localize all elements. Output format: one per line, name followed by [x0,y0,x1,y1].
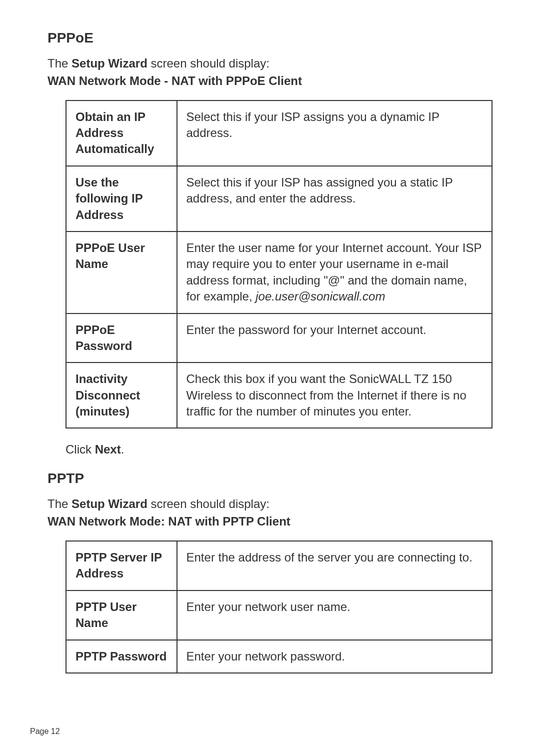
pppoe-row-label: PPPoE User Name [66,232,177,314]
pptp-section: PPTP The Setup Wizard screen should disp… [48,470,492,674]
table-row: Obtain an IP Address Automatically Selec… [66,100,492,166]
table-row: PPTP Server IP Address Enter the address… [66,541,492,590]
pppoe-row-desc: Enter the password for your Internet acc… [177,314,492,363]
pppoe-click-next: Click Next. [66,442,492,456]
click-bold: Next [95,442,121,456]
pppoe-intro: The Setup Wizard screen should display: [48,55,492,72]
table-row: PPTP Password Enter your network passwor… [66,640,492,673]
pppoe-row-desc: Select this if your ISP has assigned you… [177,166,492,232]
pppoe-intro-suffix: screen should display: [148,56,270,70]
pptp-intro-prefix: The [48,497,72,510]
table-row: Inactivity Disconnect (minutes) Check th… [66,362,492,428]
page-number: Page 12 [30,727,60,736]
pptp-table: PPTP Server IP Address Enter the address… [66,540,492,674]
table-row: PPTP User Name Enter your network user n… [66,590,492,640]
pppoe-intro-bold: Setup Wizard [72,56,148,70]
pptp-row-label: PPTP Password [66,640,177,673]
pptp-row-desc: Enter the address of the server you are … [177,541,492,590]
click-prefix: Click [66,442,95,456]
click-suffix: . [121,442,124,456]
pptp-row-label: PPTP Server IP Address [66,541,177,590]
pptp-intro: The Setup Wizard screen should display: [48,496,492,512]
pppoe-row-desc: Enter the user name for your Internet ac… [177,232,492,314]
pppoe-row-label: Use the following IP Address [66,166,177,232]
pppoe-subtitle: WAN Network Mode - NAT with PPPoE Client [48,74,492,88]
pptp-intro-suffix: screen should display: [148,497,270,510]
pppoe-row-desc: Check this box if you want the SonicWALL… [177,362,492,428]
table-row: Use the following IP Address Select this… [66,166,492,232]
pppoe-row-desc-italic: joe.user@sonicwall.com [256,290,385,303]
pppoe-table: Obtain an IP Address Automatically Selec… [66,100,492,429]
pppoe-row-label: Inactivity Disconnect (minutes) [66,362,177,428]
pppoe-row-label: Obtain an IP Address Automatically [66,100,177,166]
pppoe-section: PPPoE The Setup Wizard screen should dis… [48,30,492,456]
table-row: PPPoE Password Enter the password for yo… [66,314,492,363]
pptp-row-desc: Enter your network password. [177,640,492,673]
pptp-title: PPTP [48,470,492,486]
pptp-row-desc: Enter your network user name. [177,590,492,640]
pptp-intro-bold: Setup Wizard [72,497,148,510]
pptp-subtitle: WAN Network Mode: NAT with PPTP Client [48,514,492,528]
pppoe-row-label: PPPoE Password [66,314,177,363]
pppoe-intro-prefix: The [48,56,72,70]
pppoe-title: PPPoE [48,30,492,46]
table-row: PPPoE User Name Enter the user name for … [66,232,492,314]
pppoe-row-desc: Select this if your ISP assigns you a dy… [177,100,492,166]
pptp-row-label: PPTP User Name [66,590,177,640]
